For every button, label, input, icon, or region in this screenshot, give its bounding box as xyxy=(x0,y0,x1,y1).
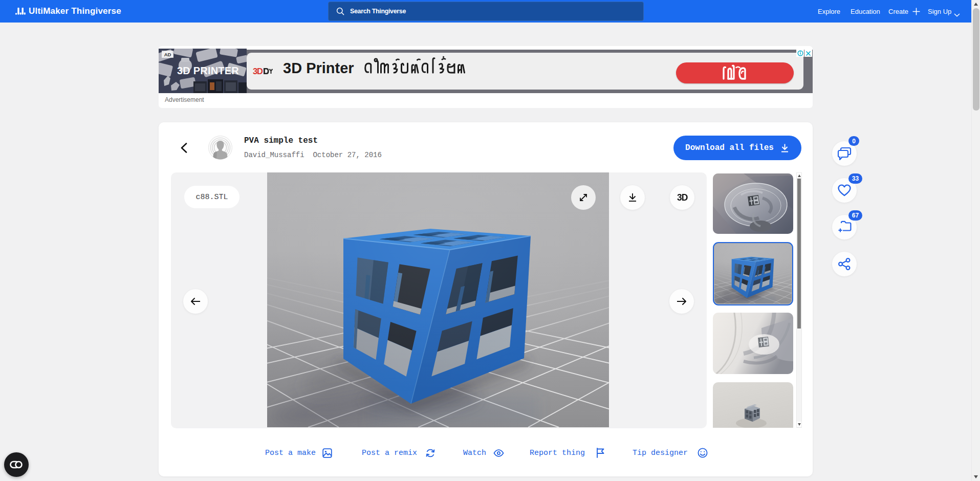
svg-text:3D PRINTER: 3D PRINTER xyxy=(177,65,239,76)
svg-text:3D: 3D xyxy=(253,67,263,76)
